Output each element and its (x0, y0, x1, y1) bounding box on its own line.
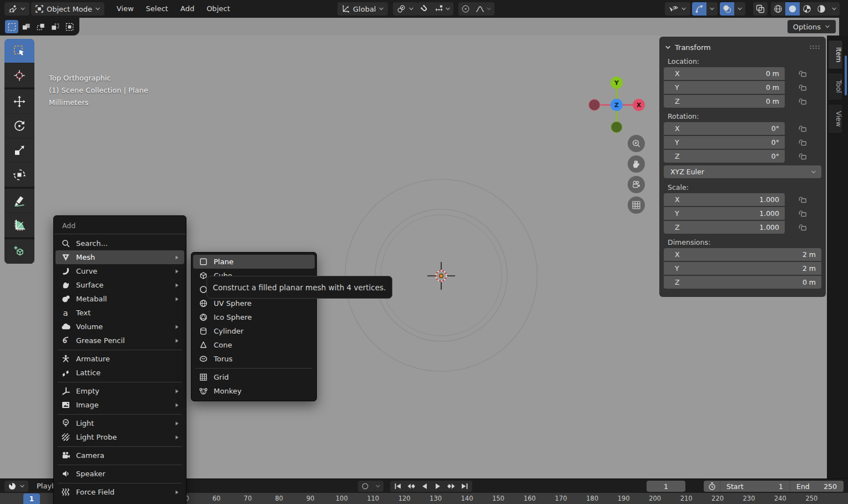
cursor-tool-button[interactable] (4, 63, 34, 88)
start-frame-field[interactable]: Start 1 (720, 481, 790, 492)
transform-tool-button[interactable] (4, 163, 34, 187)
tab-tool[interactable]: Tool (829, 73, 843, 100)
menu-item-light[interactable]: Light (55, 416, 184, 430)
tab-item[interactable]: Item (829, 40, 843, 69)
mode-select-dropdown[interactable]: Object Mode (31, 2, 104, 16)
camera-view-button[interactable] (628, 176, 645, 193)
lock-open-icon[interactable] (798, 195, 807, 204)
snap-toggle-button[interactable] (417, 2, 432, 16)
select-subtract-button[interactable] (34, 20, 47, 33)
menu-item-speaker[interactable]: Speaker (55, 467, 184, 481)
menu-select[interactable]: Select (140, 0, 174, 18)
location-x-field[interactable]: X0 m (664, 67, 785, 80)
shading-solid-button[interactable] (785, 2, 800, 16)
gizmos-dropdown[interactable] (706, 2, 718, 16)
dimensions-z-field[interactable]: Z0 m (664, 276, 821, 289)
rotation-x-field[interactable]: X0° (664, 122, 785, 135)
select-box-tool-button[interactable] (4, 39, 34, 63)
options-dropdown[interactable]: Options (788, 20, 836, 33)
pan-button[interactable] (628, 155, 645, 173)
add-cube-tool-button[interactable] (4, 239, 34, 264)
menu-item-force-field[interactable]: Force Field (55, 485, 184, 499)
menu-item-lattice[interactable]: Lattice (55, 366, 184, 380)
menu-item-light-probe[interactable]: Light Probe (55, 430, 184, 444)
shading-dropdown[interactable] (829, 2, 840, 16)
play-reverse-button[interactable] (418, 481, 431, 492)
menu-item-grease-pencil[interactable]: Grease Pencil (55, 334, 184, 347)
menu-item-torus[interactable]: Torus (193, 352, 315, 366)
menu-item-monkey[interactable]: Monkey (193, 384, 315, 398)
location-y-field[interactable]: Y0 m (664, 81, 785, 94)
menu-item-image[interactable]: Image (55, 398, 184, 412)
transform-orientation-dropdown[interactable]: Global (337, 2, 388, 16)
lock-open-icon[interactable] (798, 69, 807, 78)
lock-open-icon[interactable] (798, 223, 807, 231)
menu-add[interactable]: Add (174, 0, 200, 18)
menu-item-surface[interactable]: Surface (55, 278, 184, 292)
navigation-gizmo[interactable]: Y X Z (588, 76, 645, 134)
menu-item-volume[interactable]: Volume (55, 320, 184, 334)
proportional-edit-button[interactable] (458, 2, 473, 16)
gizmo-x-neg-axis[interactable] (589, 99, 600, 110)
perspective-toggle-button[interactable] (628, 196, 645, 214)
current-frame-field[interactable]: 1 (647, 481, 685, 492)
lock-open-icon[interactable] (798, 83, 807, 92)
visibility-dropdown[interactable] (665, 2, 690, 16)
menu-item-armature[interactable]: Armature (55, 352, 184, 366)
menu-view[interactable]: View (110, 0, 140, 18)
transform-panel-header[interactable]: Transform (664, 41, 821, 54)
jump-start-button[interactable] (391, 481, 405, 492)
pivot-point-dropdown[interactable] (393, 2, 418, 16)
editor-type-button[interactable] (4, 2, 29, 16)
location-z-field[interactable]: Z0 m (664, 95, 785, 108)
menu-item-ico-sphere[interactable]: Ico Sphere (193, 310, 315, 324)
lock-open-icon[interactable] (798, 97, 807, 105)
scale-tool-button[interactable] (4, 138, 34, 163)
select-intersect-button[interactable] (63, 20, 76, 33)
rotation-z-field[interactable]: Z0° (664, 150, 785, 163)
annotate-tool-button[interactable] (4, 189, 34, 213)
shading-material-button[interactable] (800, 2, 814, 16)
tab-view[interactable]: View (829, 104, 843, 134)
zoom-button[interactable] (628, 135, 645, 152)
menu-item-search[interactable]: Search... (55, 236, 184, 250)
dimensions-y-field[interactable]: Y2 m (664, 262, 821, 275)
gizmo-y-neg-axis[interactable] (611, 122, 622, 133)
menu-item-empty[interactable]: Empty (55, 384, 184, 398)
show-overlays-button[interactable] (720, 2, 734, 16)
shading-rendered-button[interactable] (814, 2, 829, 16)
select-invert-button[interactable] (48, 20, 62, 33)
menu-item-text[interactable]: aText (55, 306, 184, 320)
menu-item-curve[interactable]: Curve (55, 264, 184, 278)
shading-wireframe-button[interactable] (771, 2, 785, 16)
timeline-editor-type-button[interactable] (4, 481, 28, 492)
use-preview-range-button[interactable] (704, 481, 720, 492)
lock-open-icon[interactable] (798, 138, 807, 147)
menu-item-cone[interactable]: Cone (193, 338, 315, 352)
scale-y-field[interactable]: Y1.000 (664, 207, 785, 220)
sidebar-scrollbar[interactable] (845, 56, 847, 95)
menu-item-cylinder[interactable]: Cylinder (193, 324, 315, 338)
menu-item-camera[interactable]: Camera (55, 448, 184, 462)
show-gizmos-button[interactable] (692, 2, 706, 16)
playhead[interactable]: 1 (23, 493, 40, 504)
prev-keyframe-button[interactable] (405, 481, 418, 492)
scale-z-field[interactable]: Z1.000 (664, 221, 785, 234)
next-keyframe-button[interactable] (445, 481, 458, 492)
scale-x-field[interactable]: X1.000 (664, 193, 785, 206)
lock-open-icon[interactable] (798, 209, 807, 218)
measure-tool-button[interactable] (4, 213, 34, 238)
autokey-toggle-button[interactable] (358, 481, 372, 492)
snap-settings-dropdown[interactable] (432, 2, 453, 16)
lock-open-icon[interactable] (798, 152, 807, 160)
move-tool-button[interactable] (4, 89, 34, 114)
lock-open-icon[interactable] (798, 124, 807, 133)
end-frame-field[interactable]: End 250 (790, 481, 844, 492)
menu-item-grid[interactable]: Grid (193, 370, 315, 384)
jump-end-button[interactable] (458, 481, 471, 492)
select-extend-button[interactable] (19, 20, 33, 33)
menu-item-plane[interactable]: Plane (193, 255, 315, 269)
xray-toggle-button[interactable] (753, 2, 768, 16)
rotate-tool-button[interactable] (4, 114, 34, 138)
overlays-dropdown[interactable] (734, 2, 745, 16)
